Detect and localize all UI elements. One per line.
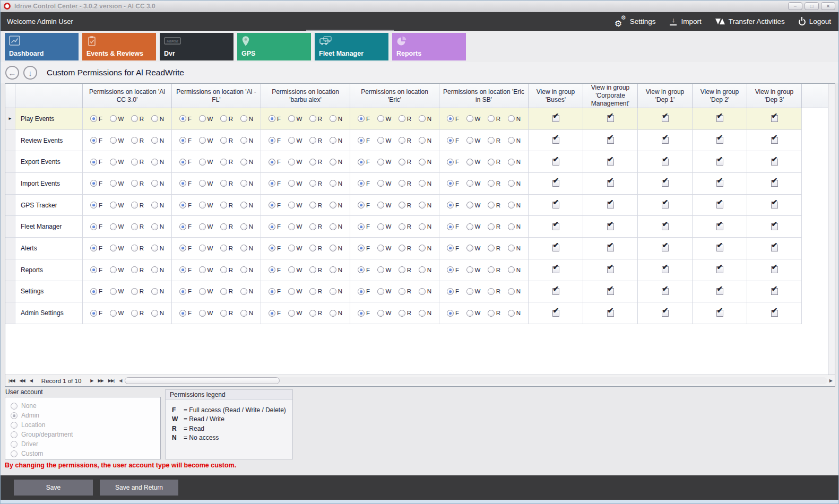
radio-icon[interactable] xyxy=(508,223,515,230)
row-label[interactable]: Fleet Manager xyxy=(15,216,83,238)
radio-icon[interactable] xyxy=(90,245,97,251)
radio-option-f[interactable]: F xyxy=(269,288,281,295)
radio-icon[interactable] xyxy=(269,310,275,317)
view-checkbox[interactable]: ✔ xyxy=(771,137,778,144)
radio-option-r[interactable]: R xyxy=(309,223,322,230)
radio-icon[interactable] xyxy=(110,245,117,251)
column-header-group-2[interactable]: View in group 'Corporate Management' xyxy=(583,84,638,108)
radio-option-f[interactable]: F xyxy=(358,223,370,230)
radio-icon[interactable] xyxy=(131,180,138,187)
radio-option-f[interactable]: F xyxy=(179,310,192,317)
account-option-group-department[interactable]: Group/department xyxy=(11,430,160,439)
radio-option-w[interactable]: W xyxy=(199,245,213,251)
radio-icon[interactable] xyxy=(199,223,206,230)
radio-option-r[interactable]: R xyxy=(309,180,322,187)
radio-option-w[interactable]: W xyxy=(466,202,481,208)
radio-option-w[interactable]: W xyxy=(288,310,302,317)
view-checkbox[interactable]: ✔ xyxy=(662,202,669,208)
radio-icon[interactable] xyxy=(269,180,275,187)
radio-option-n[interactable]: N xyxy=(240,266,253,273)
radio-option-n[interactable]: N xyxy=(419,180,431,187)
radio-icon[interactable] xyxy=(131,137,138,144)
radio-icon[interactable] xyxy=(466,115,473,122)
view-checkbox[interactable]: ✔ xyxy=(771,266,778,273)
radio-option-r[interactable]: R xyxy=(220,137,233,144)
view-checkbox[interactable]: ✔ xyxy=(607,137,614,144)
radio-option-f[interactable]: F xyxy=(179,180,192,187)
view-checkbox[interactable]: ✔ xyxy=(607,115,614,122)
radio-icon[interactable] xyxy=(309,245,316,251)
radio-option-f[interactable]: F xyxy=(269,245,281,251)
radio-icon[interactable] xyxy=(508,245,515,251)
radio-option-w[interactable]: W xyxy=(377,115,392,122)
radio-icon[interactable] xyxy=(447,180,454,187)
view-checkbox[interactable]: ✔ xyxy=(716,137,723,144)
radio-icon[interactable] xyxy=(466,223,473,230)
radio-icon[interactable] xyxy=(199,137,206,144)
radio-admin[interactable] xyxy=(11,412,18,419)
radio-icon[interactable] xyxy=(447,245,454,251)
radio-option-r[interactable]: R xyxy=(488,202,500,208)
radio-icon[interactable] xyxy=(466,180,473,187)
radio-icon[interactable] xyxy=(377,223,384,230)
radio-option-f[interactable]: F xyxy=(447,137,459,144)
radio-icon[interactable] xyxy=(358,288,365,295)
radio-option-n[interactable]: N xyxy=(330,115,342,122)
radio-icon[interactable] xyxy=(131,223,138,230)
row-label[interactable]: Import Events xyxy=(15,173,83,195)
radio-icon[interactable] xyxy=(179,137,186,144)
radio-option-f[interactable]: F xyxy=(179,266,192,273)
row-label[interactable]: Reports xyxy=(15,259,83,281)
view-checkbox[interactable]: ✔ xyxy=(662,159,669,166)
radio-option-f[interactable]: F xyxy=(179,223,192,230)
radio-icon[interactable] xyxy=(131,115,138,122)
radio-option-w[interactable]: W xyxy=(377,137,392,144)
radio-icon[interactable] xyxy=(288,159,295,166)
maximize-button[interactable]: □ xyxy=(805,2,819,10)
account-option-custom[interactable]: Custom xyxy=(11,449,160,458)
radio-icon[interactable] xyxy=(358,245,365,251)
nav-prev-button[interactable]: ◀ xyxy=(30,379,32,383)
radio-option-f[interactable]: F xyxy=(447,223,459,230)
radio-option-w[interactable]: W xyxy=(377,223,392,230)
radio-icon[interactable] xyxy=(508,202,515,208)
radio-option-n[interactable]: N xyxy=(240,159,253,166)
view-checkbox[interactable]: ✔ xyxy=(716,202,723,208)
radio-option-n[interactable]: N xyxy=(151,159,164,166)
radio-icon[interactable] xyxy=(466,288,473,295)
radio-option-w[interactable]: W xyxy=(199,223,213,230)
radio-icon[interactable] xyxy=(288,310,295,317)
radio-icon[interactable] xyxy=(508,115,515,122)
view-checkbox[interactable]: ✔ xyxy=(771,223,778,230)
radio-icon[interactable] xyxy=(288,288,295,295)
radio-option-n[interactable]: N xyxy=(151,223,164,230)
radio-option-r[interactable]: R xyxy=(399,180,411,187)
view-checkbox[interactable]: ✔ xyxy=(662,245,669,251)
radio-option-f[interactable]: F xyxy=(358,202,370,208)
radio-option-r[interactable]: R xyxy=(309,310,322,317)
scrollbar-thumb[interactable] xyxy=(125,377,279,384)
radio-icon[interactable] xyxy=(151,159,158,166)
radio-option-f[interactable]: F xyxy=(179,202,192,208)
radio-icon[interactable] xyxy=(110,266,117,273)
column-header-location-1[interactable]: Permissions on location 'Al CC 3.0' xyxy=(83,84,172,108)
row-label[interactable]: Settings xyxy=(15,281,83,303)
radio-icon[interactable] xyxy=(269,288,275,295)
radio-option-f[interactable]: F xyxy=(90,137,102,144)
radio-option-r[interactable]: R xyxy=(309,202,322,208)
radio-option-f[interactable]: F xyxy=(358,137,370,144)
radio-option-w[interactable]: W xyxy=(466,245,481,251)
radio-option-n[interactable]: N xyxy=(240,310,253,317)
radio-option-w[interactable]: W xyxy=(288,223,302,230)
radio-icon[interactable] xyxy=(358,223,365,230)
nav-last-button[interactable]: ▶▶| xyxy=(108,379,114,383)
radio-option-f[interactable]: F xyxy=(447,288,459,295)
radio-option-r[interactable]: R xyxy=(488,310,500,317)
radio-option-r[interactable]: R xyxy=(131,115,144,122)
radio-icon[interactable] xyxy=(447,310,454,317)
radio-icon[interactable] xyxy=(240,288,247,295)
radio-driver[interactable] xyxy=(11,441,18,448)
account-option-none[interactable]: None xyxy=(11,401,160,411)
radio-icon[interactable] xyxy=(309,202,316,208)
radio-icon[interactable] xyxy=(358,266,365,273)
